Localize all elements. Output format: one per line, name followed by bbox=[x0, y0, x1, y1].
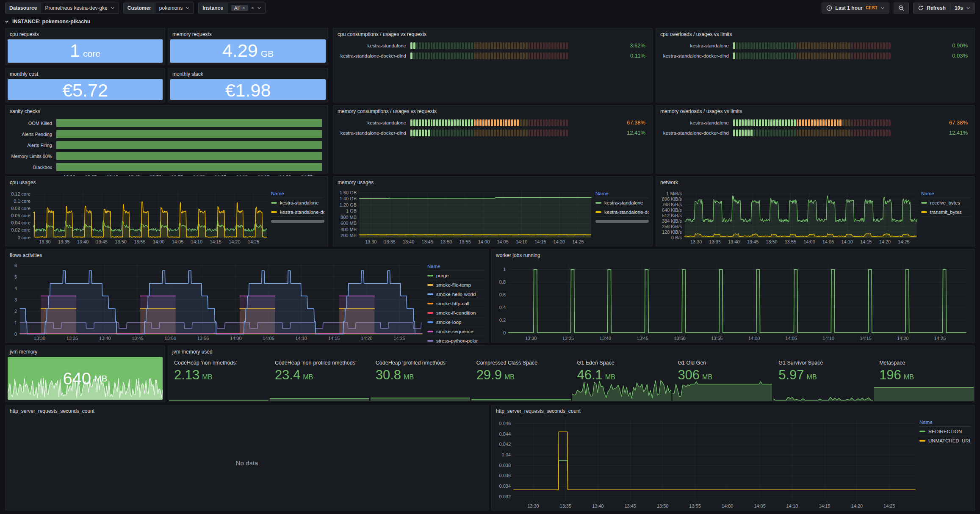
panel-title[interactable]: cpu consumptions / usages vs requests bbox=[333, 28, 652, 39]
cpu-usages-legend: Namekestra-standalonekestra-standalone-d… bbox=[271, 189, 324, 223]
panel-title[interactable]: network bbox=[656, 177, 974, 188]
legend-item[interactable]: purge bbox=[427, 271, 485, 280]
svg-text:1 MiB/s: 1 MiB/s bbox=[666, 191, 682, 196]
clear-icon[interactable]: × bbox=[251, 6, 254, 11]
panel-title[interactable]: sanity checks bbox=[6, 105, 328, 116]
panel-title[interactable]: jvm memory bbox=[6, 346, 165, 357]
stat-value-box: 4.29 GB bbox=[170, 39, 326, 63]
svg-text:13:55: 13:55 bbox=[689, 503, 701, 508]
svg-text:14:20: 14:20 bbox=[879, 239, 891, 244]
svg-text:13:45: 13:45 bbox=[637, 336, 648, 341]
legend-item[interactable]: smoke-loop bbox=[427, 318, 485, 327]
customer-picker[interactable]: Customer pokemons bbox=[123, 3, 194, 14]
time-range-picker[interactable]: Last 1 hour CEST bbox=[822, 3, 889, 14]
dashboard-row-header[interactable]: INSTANCE: pokemons-pikachu bbox=[4, 19, 91, 25]
legend-item[interactable]: receive_bytes bbox=[921, 198, 971, 207]
jvm-stat-sparkline bbox=[773, 394, 873, 401]
flows-activities-chart[interactable]: 13:3013:3513:4013:4513:5013:5514:0014:05… bbox=[7, 260, 425, 342]
jvm-stat-label: Metaspace bbox=[879, 359, 969, 366]
legend-item[interactable]: transmit_bytes bbox=[921, 207, 971, 217]
jvm-stat-label: CodeHeap 'non-nmethods' bbox=[174, 359, 263, 366]
panel-title[interactable]: memory overloads / usages vs limits bbox=[656, 105, 974, 116]
panel-title[interactable]: cpu overloads / usages vs limits bbox=[656, 28, 974, 39]
panel-cpu-consumptions: cpu consumptions / usages vs requests ke… bbox=[333, 28, 653, 102]
jvm-stat: Metaspace196MB bbox=[874, 356, 974, 401]
instance-picker[interactable]: Instance All× × bbox=[198, 3, 266, 14]
refresh-button[interactable]: Refresh bbox=[913, 3, 950, 14]
svg-text:800 MB: 800 MB bbox=[341, 215, 357, 220]
svg-text:5: 5 bbox=[14, 274, 17, 279]
legend-item[interactable]: smoke-http-call bbox=[427, 299, 485, 308]
legend-item[interactable]: kestra-standalone-docker-dind bbox=[595, 207, 649, 217]
panel-title[interactable]: cpu usages bbox=[6, 177, 328, 188]
panel-title[interactable]: http_server_requests_seconds_count bbox=[492, 405, 974, 416]
jvm-stat-value: 30.8MB bbox=[376, 368, 465, 383]
network-chart[interactable]: 13:3013:3513:4013:4513:5013:5514:0014:05… bbox=[658, 188, 919, 245]
stat-value-box: €1.98 bbox=[170, 79, 326, 100]
panel-title[interactable]: memory consumptions / usages vs requests bbox=[333, 105, 652, 116]
http-requests-chart[interactable]: 13:3013:3513:4013:4513:5013:5514:0014:05… bbox=[493, 416, 918, 509]
svg-text:6: 6 bbox=[14, 263, 17, 268]
instance-tag-all[interactable]: All× bbox=[231, 5, 248, 11]
gauge-value: 0.03% bbox=[891, 53, 968, 59]
gauge-row: kestra-standalone-docker-dind12.41% bbox=[656, 129, 968, 136]
refresh-interval-picker[interactable]: 10s bbox=[950, 3, 975, 14]
svg-text:1 GB: 1 GB bbox=[346, 208, 357, 213]
svg-text:13:30: 13:30 bbox=[690, 239, 702, 244]
legend-swatch bbox=[427, 275, 433, 276]
network-legend: Namereceive_bytestransmit_bytes bbox=[921, 189, 971, 217]
jvm-stat-label: CodeHeap 'profiled nmethods' bbox=[376, 359, 465, 366]
panel-title[interactable]: cpu requests bbox=[6, 28, 165, 39]
svg-text:13:45: 13:45 bbox=[96, 239, 108, 244]
svg-text:14:15: 14:15 bbox=[860, 239, 872, 244]
svg-text:14:10: 14:10 bbox=[822, 336, 834, 341]
jvm-stat: CodeHeap 'non-nmethods'2.13MB bbox=[169, 356, 269, 401]
legend-item[interactable]: kestra-standalone bbox=[595, 198, 649, 207]
bar-gauge bbox=[733, 119, 891, 126]
gauge-value: 67.38% bbox=[568, 119, 645, 126]
jvm-stat: CodeHeap 'profiled nmethods'30.8MB bbox=[371, 356, 470, 401]
panel-title[interactable]: memory usages bbox=[333, 177, 652, 188]
worker-jobs-chart[interactable]: 13:3013:3513:4013:4513:5013:5514:0014:05… bbox=[493, 260, 970, 342]
bar-gauge bbox=[410, 119, 568, 126]
legend-scrollbar[interactable] bbox=[595, 220, 649, 223]
legend-item[interactable]: stress-python-polar bbox=[427, 336, 485, 345]
legend-item[interactable]: smoke-hello-world bbox=[427, 290, 485, 299]
datasource-picker[interactable]: Datasource Prometheus kestra-dev-gke bbox=[5, 3, 119, 14]
stat-unit: MB bbox=[94, 373, 108, 384]
svg-text:14:25: 14:25 bbox=[934, 336, 946, 341]
gauge-row-label: kestra-standalone bbox=[333, 120, 410, 125]
panel-title[interactable]: worker jobs running bbox=[492, 249, 974, 260]
legend-item[interactable]: smoke-file-temp bbox=[427, 280, 485, 290]
legend-swatch bbox=[427, 303, 433, 304]
sanity-row: OOM Killed bbox=[7, 119, 322, 127]
svg-text:13:40: 13:40 bbox=[77, 239, 89, 244]
panel-title[interactable]: monthly cost bbox=[6, 68, 165, 79]
legend-item[interactable]: smoke-if-condition bbox=[427, 308, 485, 318]
cpu-usages-chart[interactable]: 13:3013:3513:4013:4513:5013:5514:0014:05… bbox=[7, 188, 269, 245]
panel-worker-jobs: worker jobs running 13:3013:3513:4013:45… bbox=[491, 249, 975, 343]
stat-unit: GB bbox=[261, 49, 274, 59]
legend-item[interactable]: kestra-standalone-docker-dind bbox=[271, 207, 324, 217]
bar-gauge bbox=[733, 130, 891, 136]
legend-swatch bbox=[427, 293, 433, 295]
panel-title[interactable]: flows activities bbox=[6, 249, 488, 260]
memory-usages-chart[interactable]: 13:3013:3513:4013:4513:5013:5514:0014:05… bbox=[335, 188, 594, 245]
gauge-value: 12.41% bbox=[891, 130, 968, 136]
zoom-out-button[interactable] bbox=[894, 3, 909, 14]
jvm-stat-sparkline bbox=[371, 395, 470, 401]
remove-tag-icon[interactable]: × bbox=[242, 6, 245, 11]
svg-text:14:15: 14:15 bbox=[534, 239, 546, 244]
panel-title[interactable]: memory requests bbox=[168, 28, 328, 39]
legend-item[interactable]: REDIRECTION bbox=[919, 427, 971, 436]
legend-swatch bbox=[427, 321, 433, 323]
panel-title[interactable]: monthly slack bbox=[168, 68, 328, 79]
legend-item[interactable]: UNMATCHED_URI bbox=[919, 436, 971, 445]
legend-item[interactable]: smoke-sequence bbox=[427, 327, 485, 336]
sanity-row-label: Alerts Firing bbox=[7, 143, 56, 148]
svg-text:14:20: 14:20 bbox=[897, 336, 909, 341]
panel-title[interactable]: jvm memory used bbox=[168, 346, 974, 357]
legend-scrollbar[interactable] bbox=[271, 220, 324, 223]
legend-item[interactable]: kestra-standalone bbox=[271, 198, 324, 207]
panel-title[interactable]: http_server_requests_seconds_count bbox=[6, 405, 488, 416]
